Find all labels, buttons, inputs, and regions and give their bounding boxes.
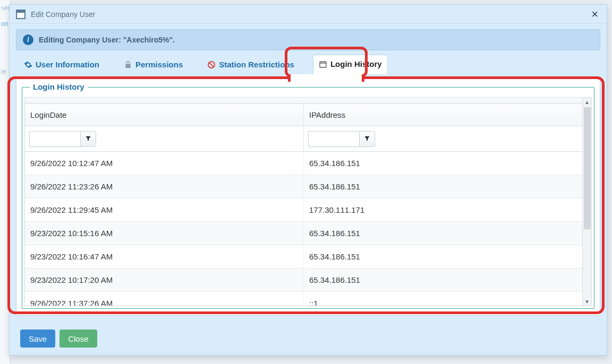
column-header-login-date[interactable]: LoginDate bbox=[25, 104, 304, 126]
lock-icon bbox=[124, 60, 132, 69]
ban-icon bbox=[207, 60, 216, 69]
tab-label: Login History bbox=[330, 59, 382, 68]
fieldset-legend: Login History bbox=[30, 82, 88, 91]
login-history-panel: Login History LoginDate IPAddress bbox=[16, 78, 600, 316]
cell-ip-address: 65.34.186.151 bbox=[304, 222, 582, 245]
tab-label: Permissions bbox=[135, 60, 183, 69]
tab-user-information[interactable]: User Information bbox=[18, 55, 105, 74]
save-button[interactable]: Save bbox=[20, 330, 55, 348]
grid-main: LoginDate IPAddress bbox=[24, 97, 583, 306]
calendar-icon bbox=[319, 60, 327, 68]
grid-body: 9/26/2022 10:12:47 AM65.34.186.1519/26/2… bbox=[25, 152, 582, 306]
filter-button-ip-address[interactable] bbox=[359, 131, 375, 147]
table-row[interactable]: 9/23/2022 10:15:16 AM65.34.186.151 bbox=[25, 222, 582, 245]
cell-ip-address: 65.34.186.151 bbox=[304, 245, 582, 268]
modal-footer: Save Close bbox=[10, 322, 607, 355]
gear-icon bbox=[24, 60, 32, 69]
cell-login-date: 9/23/2022 10:16:47 AM bbox=[25, 245, 304, 268]
filter-button-login-date[interactable] bbox=[80, 131, 96, 147]
cell-login-date: 9/26/2022 11:29:45 AM bbox=[25, 198, 304, 221]
table-row[interactable]: 9/26/2022 11:29:45 AM177.30.111.171 bbox=[25, 198, 582, 222]
scroll-down-arrow-icon[interactable]: ▼ bbox=[583, 297, 591, 306]
cell-ip-address: 65.34.186.151 bbox=[304, 175, 582, 198]
login-history-fieldset: Login History LoginDate IPAddress bbox=[22, 87, 594, 309]
tab-bar: User Information Permissions Station Res… bbox=[10, 55, 607, 74]
scroll-thumb[interactable] bbox=[584, 107, 591, 229]
table-row[interactable]: 9/23/2022 10:16:47 AM65.34.186.151 bbox=[25, 245, 582, 268]
window-icon bbox=[16, 10, 26, 19]
info-icon: i bbox=[23, 34, 33, 45]
filter-input-login-date[interactable] bbox=[29, 131, 80, 147]
cell-ip-address: 65.34.186.151 bbox=[304, 268, 582, 291]
cell-login-date: 9/23/2022 10:15:16 AM bbox=[25, 222, 304, 245]
close-button[interactable]: Close bbox=[60, 330, 97, 348]
filter-icon bbox=[85, 135, 91, 143]
cell-login-date: 9/26/2022 11:23:26 AM bbox=[25, 175, 304, 198]
modal-titlebar: Edit Company User × bbox=[10, 5, 607, 24]
tab-permissions[interactable]: Permissions bbox=[118, 55, 189, 74]
close-icon[interactable]: × bbox=[589, 8, 600, 20]
tab-label: User Information bbox=[36, 60, 99, 69]
table-row[interactable]: 9/26/2022 11:23:26 AM65.34.186.151 bbox=[25, 175, 582, 198]
table-row[interactable]: 9/26/2022 11:37:26 AM::1 bbox=[25, 292, 582, 306]
filter-cell-login-date bbox=[25, 126, 304, 151]
tab-login-history[interactable]: Login History bbox=[313, 55, 388, 74]
filter-cell-ip-address bbox=[304, 126, 582, 151]
modal-title: Edit Company User bbox=[31, 10, 95, 19]
grid-filter-row bbox=[25, 126, 582, 152]
tab-label: Station Restrictions bbox=[219, 60, 294, 69]
cell-ip-address: 177.30.111.171 bbox=[304, 198, 582, 221]
scroll-up-arrow-icon[interactable]: ▲ bbox=[583, 98, 591, 106]
column-header-ip-address[interactable]: IPAddress bbox=[304, 104, 582, 126]
grid-scrollbar[interactable]: ▲ ▼ bbox=[583, 97, 592, 306]
filter-input-ip-address[interactable] bbox=[308, 131, 359, 147]
grid-top-spacer bbox=[25, 98, 582, 104]
login-history-grid: LoginDate IPAddress bbox=[24, 97, 592, 306]
cell-ip-address: 65.34.186.151 bbox=[304, 152, 582, 175]
edit-company-user-modal: Edit Company User × i Editing Company Us… bbox=[9, 4, 607, 356]
svg-line-1 bbox=[209, 62, 214, 67]
table-row[interactable]: 9/26/2022 10:12:47 AM65.34.186.151 bbox=[25, 152, 582, 175]
tab-station-restrictions[interactable]: Station Restrictions bbox=[201, 55, 300, 74]
info-banner-text: Editing Company User: "Axechiro5%". bbox=[39, 36, 175, 44]
cell-ip-address: ::1 bbox=[304, 292, 582, 306]
cell-login-date: 9/26/2022 11:37:26 AM bbox=[25, 292, 304, 306]
table-row[interactable]: 9/23/2022 10:17:20 AM65.34.186.151 bbox=[25, 268, 582, 292]
cell-login-date: 9/26/2022 10:12:47 AM bbox=[25, 152, 304, 175]
cell-login-date: 9/23/2022 10:17:20 AM bbox=[25, 268, 304, 291]
info-banner: i Editing Company User: "Axechiro5%". bbox=[16, 29, 600, 50]
svg-rect-2 bbox=[320, 62, 326, 67]
filter-icon bbox=[364, 135, 370, 143]
grid-header-row: LoginDate IPAddress bbox=[25, 104, 582, 126]
